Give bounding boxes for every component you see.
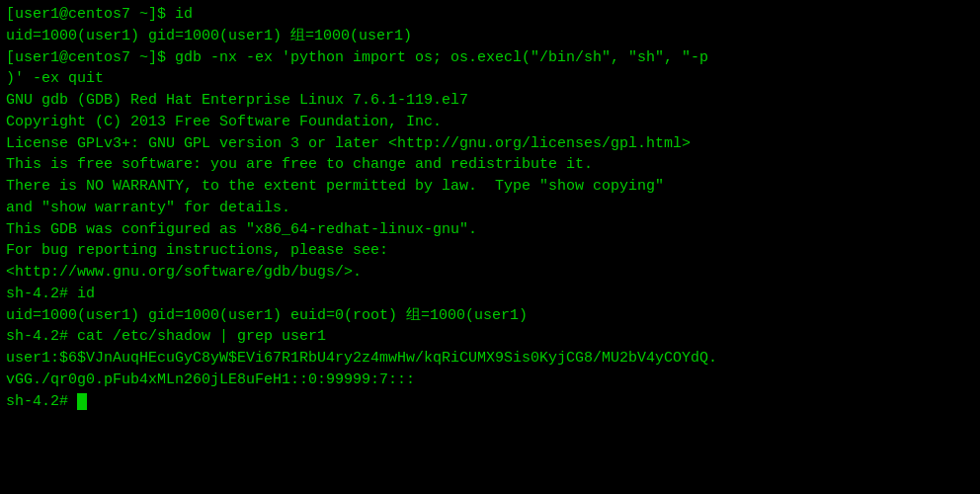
terminal-line-18: vGG./qr0g0.pFub4xMLn260jLE8uFeH1::0:9999… [6, 370, 974, 391]
terminal-line-9: There is NO WARRANTY, to the extent perm… [6, 176, 974, 198]
terminal-line-14: sh-4.2# id [6, 284, 974, 305]
terminal-line-11: This GDB was configured as "x86_64-redha… [6, 219, 974, 241]
terminal-line-12: For bug reporting instructions, please s… [6, 240, 974, 262]
terminal-line-4: )' -ex quit [6, 68, 974, 90]
terminal-window: [user1@centos7 ~]$ id uid=1000(user1) gi… [0, 0, 980, 494]
terminal-cursor [77, 393, 87, 410]
terminal-line-7: License GPLv3+: GNU GPL version 3 or lat… [6, 133, 974, 155]
terminal-line-3: [user1@centos7 ~]$ gdb -nx -ex 'python i… [6, 47, 974, 69]
terminal-line-16: sh-4.2# cat /etc/shadow | grep user1 [6, 326, 974, 348]
terminal-line-6: Copyright (C) 2013 Free Software Foundat… [6, 112, 974, 133]
terminal-line-10: and "show warranty" for details. [6, 198, 974, 219]
terminal-line-15: uid=1000(user1) gid=1000(user1) euid=0(r… [6, 305, 974, 327]
terminal-line-17: user1:$6$VJnAuqHEcuGyC8yW$EVi67R1RbU4ry2… [6, 348, 974, 370]
terminal-prompt-line[interactable]: sh-4.2# [6, 391, 974, 413]
terminal-line-8: This is free software: you are free to c… [6, 154, 974, 176]
terminal-line-5: GNU gdb (GDB) Red Hat Enterprise Linux 7… [6, 90, 974, 112]
terminal-prompt-text: sh-4.2# [6, 393, 77, 410]
terminal-line-13: <http://www.gnu.org/software/gdb/bugs/>. [6, 262, 974, 284]
terminal-line-1: [user1@centos7 ~]$ id [6, 4, 974, 26]
terminal-line-2: uid=1000(user1) gid=1000(user1) 组=1000(u… [6, 26, 974, 47]
